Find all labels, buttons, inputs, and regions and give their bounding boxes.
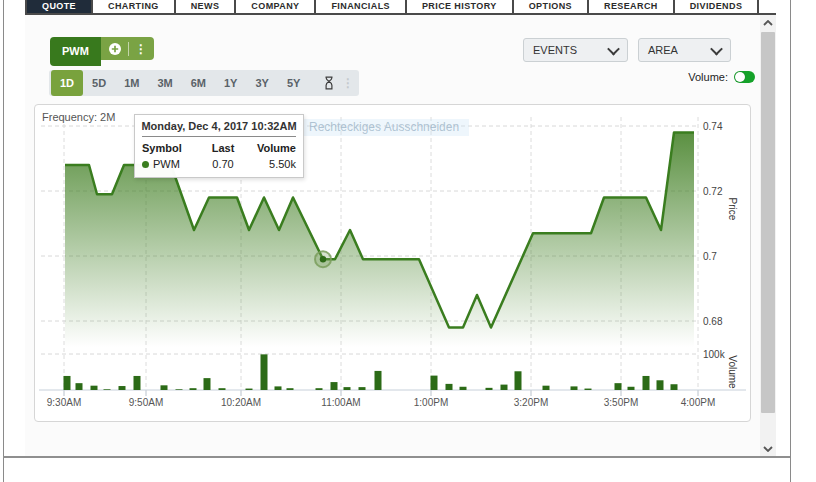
chart-card: Frequency: 2M Rechteckiges Ausschneiden … bbox=[34, 104, 751, 422]
volume-toggle-label: Volume: bbox=[688, 71, 728, 83]
tab-financials[interactable]: FINANCIALS bbox=[314, 0, 405, 13]
volume-bar bbox=[104, 389, 111, 390]
chevron-down-icon bbox=[710, 42, 723, 55]
panel-bottom-rule bbox=[3, 456, 790, 458]
tooltip-last: 0.70 bbox=[202, 158, 244, 170]
symbol-actions: ⋮ bbox=[101, 37, 154, 60]
symbol-menu-icon[interactable]: ⋮ bbox=[135, 43, 147, 55]
volume-bar bbox=[585, 389, 592, 390]
tab-bar: QUOTECHARTINGNEWSCOMPANYFINANCIALSPRICE … bbox=[25, 0, 776, 15]
range-button-1d[interactable]: 1D bbox=[51, 70, 83, 96]
tooltip-symbol-cell: PWM bbox=[142, 158, 202, 170]
tab-charting[interactable]: CHARTING bbox=[91, 0, 174, 13]
volume-bar bbox=[446, 384, 453, 390]
range-button-1m[interactable]: 1M bbox=[115, 70, 148, 96]
add-symbol-icon[interactable] bbox=[108, 42, 122, 56]
area-dropdown[interactable]: AREA bbox=[638, 38, 731, 62]
range-button-5d[interactable]: 5D bbox=[83, 70, 115, 96]
tab-research[interactable]: RESEARCH bbox=[587, 0, 673, 13]
tooltip-col-last: Last bbox=[202, 142, 244, 154]
range-button-3y[interactable]: 3Y bbox=[246, 70, 277, 96]
tab-company[interactable]: COMPANY bbox=[234, 0, 314, 13]
symbol-button-group: PWM ⋮ bbox=[50, 37, 154, 66]
volume-axis-title: Volume bbox=[727, 355, 738, 388]
x-axis-label: 9:50AM bbox=[129, 397, 163, 408]
range-button-6m[interactable]: 6M bbox=[182, 70, 215, 96]
volume-bar bbox=[246, 389, 253, 390]
scrollbar-thumb[interactable] bbox=[761, 32, 775, 413]
x-axis-label: 4:00PM bbox=[681, 397, 715, 408]
range-button-3m[interactable]: 3M bbox=[148, 70, 181, 96]
volume-bar bbox=[134, 376, 141, 390]
volume-bar bbox=[657, 380, 664, 390]
volume-bar bbox=[431, 376, 438, 390]
volume-bar bbox=[571, 386, 578, 390]
chevron-down-icon bbox=[763, 446, 773, 452]
volume-bar bbox=[287, 388, 294, 390]
tooltip-col-symbol: Symbol bbox=[142, 142, 202, 154]
volume-bar bbox=[501, 385, 508, 390]
tab-dividends[interactable]: DIVIDENDS bbox=[673, 0, 760, 13]
range-selector: 1D5D1M3M6M1Y3Y5Y10Y bbox=[49, 70, 349, 96]
events-dropdown[interactable]: EVENTS bbox=[523, 38, 628, 62]
divider bbox=[128, 42, 129, 56]
page-right-border bbox=[790, 0, 791, 482]
range-button-5y[interactable]: 5Y bbox=[278, 70, 309, 96]
volume-bar bbox=[76, 383, 83, 390]
tab-options[interactable]: OPTIONS bbox=[512, 0, 587, 13]
events-dropdown-label: EVENTS bbox=[533, 44, 577, 56]
volume-bar bbox=[219, 388, 226, 390]
hourglass-icon[interactable] bbox=[323, 76, 335, 90]
price-axis-label: 0.74 bbox=[703, 121, 722, 132]
tooltip-date: Monday, Dec 4, 2017 10:32AM bbox=[135, 115, 303, 136]
chart-tools: ⋮ bbox=[318, 70, 359, 96]
scrollbar-down-button[interactable] bbox=[760, 441, 776, 456]
price-axis-label: 0.7 bbox=[703, 251, 717, 262]
tooltip-col-volume: Volume bbox=[244, 142, 296, 154]
volume-bar bbox=[671, 384, 678, 390]
page-left-border bbox=[3, 0, 4, 482]
tab-quote[interactable]: QUOTE bbox=[25, 0, 91, 13]
watermark-text: Rechteckiges Ausschneiden bbox=[309, 120, 459, 134]
x-axis-label: 11:00AM bbox=[321, 397, 360, 408]
symbol-button[interactable]: PWM bbox=[50, 37, 101, 66]
volume-bar bbox=[91, 386, 98, 390]
x-axis-label: 9:30AM bbox=[47, 397, 81, 408]
volume-bar bbox=[331, 382, 338, 390]
volume-bar bbox=[161, 385, 168, 390]
price-axis-label: 0.72 bbox=[703, 186, 722, 197]
volume-bar bbox=[460, 387, 467, 390]
volume-bar bbox=[344, 387, 351, 390]
x-axis-label: 3:50PM bbox=[604, 397, 638, 408]
tools-menu-icon[interactable]: ⋮ bbox=[342, 77, 354, 89]
x-axis-label: 1:00PM bbox=[414, 397, 448, 408]
quote-panel: PWM ⋮ 1D5D1M3M6M1Y3Y5Y10Y ⋮ EVENTS AREA … bbox=[25, 15, 776, 456]
volume-bar bbox=[486, 388, 493, 390]
volume-bar bbox=[628, 387, 635, 390]
frequency-label: Frequency: 2M bbox=[42, 111, 115, 123]
volume-bar bbox=[359, 387, 366, 390]
volume-bar bbox=[515, 371, 522, 390]
volume-axis-label: 100k bbox=[703, 349, 725, 360]
toggle-knob bbox=[735, 72, 745, 82]
area-dropdown-label: AREA bbox=[648, 44, 678, 56]
volume-bar bbox=[375, 371, 382, 390]
scrollbar-up-button[interactable] bbox=[760, 15, 776, 30]
range-button-1y[interactable]: 1Y bbox=[215, 70, 246, 96]
snip-watermark: Rechteckiges Ausschneiden bbox=[283, 119, 469, 136]
selected-point-dot bbox=[320, 256, 326, 262]
volume-toggle[interactable] bbox=[734, 71, 755, 83]
volume-bar bbox=[261, 354, 268, 390]
volume-toggle-row: Volume: bbox=[625, 71, 755, 83]
volume-bar bbox=[64, 376, 71, 390]
chevron-up-icon bbox=[763, 20, 773, 26]
tooltip-symbol: PWM bbox=[153, 158, 180, 170]
scrollbar[interactable] bbox=[760, 15, 776, 456]
price-axis-title: Price bbox=[727, 198, 738, 221]
tab-price-history[interactable]: PRICE HISTORY bbox=[405, 0, 512, 13]
volume-bar bbox=[543, 386, 550, 390]
series-dot-icon bbox=[142, 161, 149, 168]
tab-news[interactable]: NEWS bbox=[174, 0, 235, 13]
volume-bar bbox=[190, 388, 197, 390]
volume-bar bbox=[316, 388, 323, 390]
